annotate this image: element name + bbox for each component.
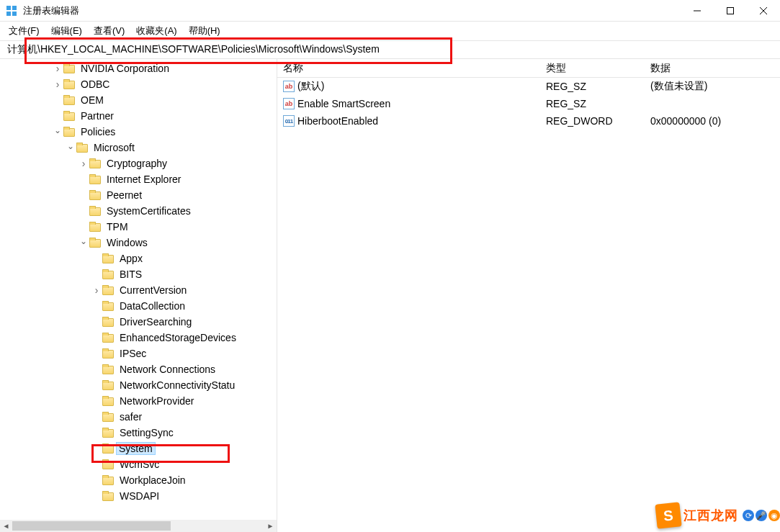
tree-horizontal-scrollbar[interactable]: ◄ ► (0, 520, 277, 532)
watermark-dot-icon: ⟳ (743, 510, 754, 521)
values-header: 名称 类型 数据 (277, 59, 780, 78)
tree-item[interactable]: ›NVIDIA Corporation (0, 60, 277, 76)
folder-icon (63, 127, 75, 137)
tree-item-label: SystemCertificates (104, 204, 194, 217)
tree-item[interactable]: .BITS (0, 266, 277, 282)
tree-item[interactable]: .EnhancedStorageDevices (0, 330, 277, 346)
tree-item[interactable]: .Partner (0, 108, 277, 124)
registry-tree[interactable]: ›NVIDIA Corporation›ODBC.OEM.Partner⌄Pol… (0, 59, 277, 505)
tree-item[interactable]: .System (0, 441, 277, 456)
column-header-type[interactable]: 类型 (540, 62, 645, 75)
folder-icon (102, 443, 114, 454)
tree-item[interactable]: .SystemCertificates (0, 203, 277, 219)
tree-item[interactable]: .NetworkProvider (0, 393, 277, 409)
collapse-icon[interactable]: ⌄ (78, 236, 89, 246)
tree-item[interactable]: .OEM (0, 92, 277, 108)
tree-item[interactable]: .safer (0, 409, 277, 425)
string-value-icon: ab (283, 98, 295, 109)
folder-icon (63, 79, 75, 89)
minimize-button[interactable] (681, 0, 714, 22)
tree-item-label: WorkplaceJoin (117, 474, 189, 487)
menu-help[interactable]: 帮助(H) (183, 23, 226, 39)
menu-view[interactable]: 查看(V) (88, 23, 130, 39)
expand-icon[interactable]: › (52, 78, 63, 90)
folder-icon (102, 380, 114, 390)
tree-item-label: Peernet (104, 189, 145, 202)
tree-item[interactable]: .WSDAPI (0, 488, 277, 504)
folder-icon (89, 222, 101, 232)
value-type: REG_SZ (540, 81, 645, 92)
tree-item[interactable]: ⌄Windows (0, 235, 277, 251)
tree-item[interactable]: .SettingSync (0, 425, 277, 441)
scrollbar-track[interactable] (12, 520, 264, 532)
value-type: REG_DWORD (540, 115, 645, 127)
main-area: ›NVIDIA Corporation›ODBC.OEM.Partner⌄Pol… (0, 59, 780, 532)
close-button[interactable] (747, 0, 780, 22)
watermark-mic-icon: 🎤 (756, 510, 767, 521)
tree-item[interactable]: .Network Connections (0, 361, 277, 377)
folder-icon (102, 253, 114, 263)
tree-item[interactable]: .NetworkConnectivityStatu (0, 377, 277, 393)
tree-item[interactable]: .Peernet (0, 187, 277, 203)
scrollbar-thumb[interactable] (12, 521, 171, 531)
address-bar (0, 40, 780, 59)
values-list[interactable]: ab(默认)REG_SZ(数值未设置)abEnable SmartScreenR… (277, 78, 780, 130)
tree-item-label: TPM (104, 220, 131, 233)
tree-item[interactable]: ›Cryptography (0, 155, 277, 171)
expand-icon[interactable]: › (78, 158, 89, 169)
value-row[interactable]: abEnable SmartScreenREG_SZ (277, 95, 780, 112)
folder-icon (89, 190, 101, 200)
tree-item[interactable]: .DriverSearching (0, 314, 277, 330)
address-input[interactable] (4, 42, 776, 57)
tree-item[interactable]: ⌄Microsoft (0, 140, 277, 155)
binary-value-icon: 011 (283, 115, 295, 127)
value-name: Enable SmartScreen (297, 98, 540, 109)
tree-item[interactable]: .DataCollection (0, 298, 277, 314)
tree-item[interactable]: .Appx (0, 251, 277, 266)
menu-file[interactable]: 文件(F) (3, 23, 45, 39)
tree-item-label: WSDAPI (117, 490, 162, 502)
maximize-button[interactable] (714, 0, 747, 22)
app-icon (6, 5, 17, 17)
expand-icon[interactable]: › (91, 284, 102, 296)
tree-pane: ›NVIDIA Corporation›ODBC.OEM.Partner⌄Pol… (0, 59, 277, 532)
tree-item-label: Cryptography (104, 157, 170, 170)
folder-icon (102, 348, 114, 359)
column-header-name[interactable]: 名称 (277, 62, 540, 75)
svg-rect-3 (12, 12, 17, 16)
folder-icon (102, 269, 114, 279)
expand-icon[interactable]: › (52, 63, 63, 74)
value-row[interactable]: 011HiberbootEnabledREG_DWORD0x00000000 (… (277, 112, 780, 130)
folder-icon (63, 111, 75, 121)
tree-item-label: Network Connections (117, 363, 218, 376)
tree-item[interactable]: ›CurrentVersion (0, 282, 277, 298)
tree-item[interactable]: .WcmSvc (0, 456, 277, 472)
value-data: (数值未设置) (645, 80, 780, 93)
column-header-data[interactable]: 数据 (645, 62, 780, 75)
menu-edit[interactable]: 编辑(E) (45, 23, 88, 39)
tree-item[interactable]: ›ODBC (0, 76, 277, 92)
folder-icon (102, 396, 114, 406)
folder-icon (102, 459, 114, 469)
scroll-right-icon[interactable]: ► (264, 520, 277, 532)
value-row[interactable]: ab(默认)REG_SZ(数值未设置) (277, 78, 780, 95)
menu-bar: 文件(F) 编辑(E) 查看(V) 收藏夹(A) 帮助(H) (0, 22, 780, 40)
tree-item-label: IPSec (117, 347, 149, 360)
tree-item-label: WcmSvc (117, 458, 162, 471)
string-value-icon: ab (283, 81, 295, 92)
tree-item[interactable]: .TPM (0, 219, 277, 235)
collapse-icon[interactable]: ⌄ (52, 125, 63, 135)
tree-item-label: EnhancedStorageDevices (117, 331, 239, 344)
tree-item[interactable]: ⌄Policies (0, 124, 277, 140)
scroll-left-icon[interactable]: ◄ (0, 520, 12, 532)
watermark-text: 江西龙网 (683, 507, 738, 524)
folder-icon (63, 95, 75, 105)
menu-favorites[interactable]: 收藏夹(A) (130, 23, 182, 39)
tree-item[interactable]: .WorkplaceJoin (0, 472, 277, 488)
tree-item[interactable]: .Internet Explorer (0, 171, 277, 187)
maximize-icon (727, 7, 734, 14)
tree-item-label: NetworkProvider (117, 395, 197, 407)
collapse-icon[interactable]: ⌄ (65, 141, 76, 151)
tree-item[interactable]: .IPSec (0, 346, 277, 361)
folder-icon (102, 364, 114, 374)
